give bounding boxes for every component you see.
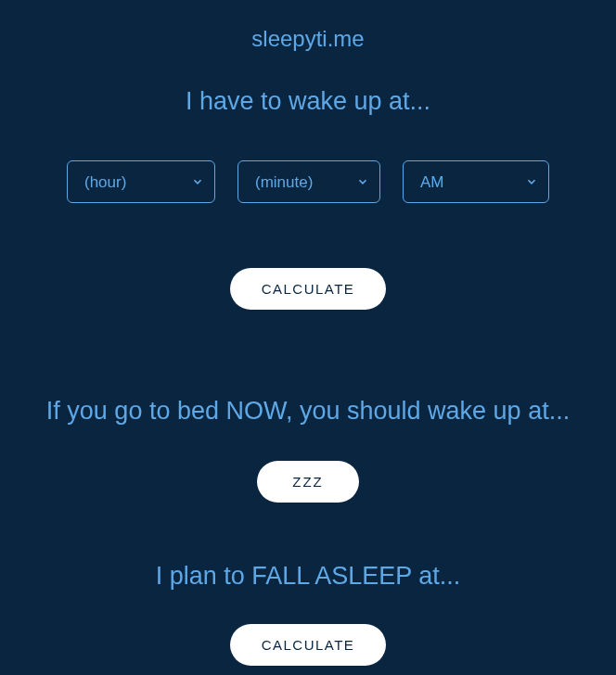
hour-select-wrap: (hour) <box>67 160 215 203</box>
calculate-asleep-button[interactable]: CALCULATE <box>230 624 387 666</box>
main-container: sleepyti.me I have to wake up at... (hou… <box>0 0 616 666</box>
zzz-button-wrap: ZZZ <box>257 461 359 503</box>
minute-select-wrap: (minute) <box>237 160 380 203</box>
bed-now-heading: If you go to bed NOW, you should wake up… <box>46 397 570 426</box>
fall-asleep-heading: I plan to FALL ASLEEP at... <box>156 562 461 591</box>
ampm-select-wrap: AM <box>403 160 549 203</box>
zzz-button[interactable]: ZZZ <box>257 461 359 503</box>
calculate-wake-button[interactable]: CALCULATE <box>230 268 387 310</box>
hour-select[interactable]: (hour) <box>67 160 215 203</box>
ampm-select[interactable]: AM <box>403 160 549 203</box>
site-title: sleepyti.me <box>251 26 364 52</box>
time-selects-row: (hour) (minute) AM <box>67 160 549 203</box>
wake-up-heading: I have to wake up at... <box>186 87 430 116</box>
minute-select[interactable]: (minute) <box>237 160 380 203</box>
